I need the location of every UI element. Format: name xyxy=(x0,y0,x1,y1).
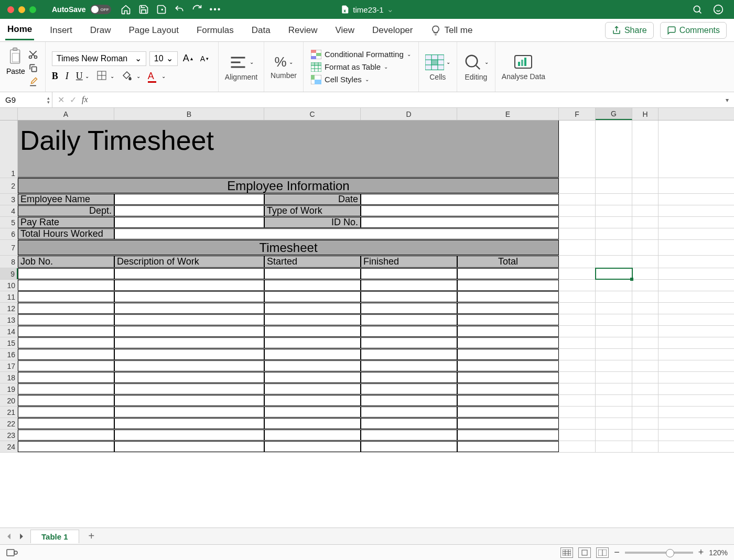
cell[interactable] xyxy=(596,268,632,279)
cell[interactable] xyxy=(264,303,361,314)
cell[interactable] xyxy=(559,430,596,441)
cell[interactable] xyxy=(457,360,559,371)
row-header[interactable]: 8 xyxy=(0,256,18,268)
tab-page-layout[interactable]: Page Layout xyxy=(126,21,180,40)
cell[interactable] xyxy=(114,326,264,337)
cell[interactable] xyxy=(596,395,632,406)
cell[interactable] xyxy=(596,360,632,371)
cell[interactable] xyxy=(114,372,264,383)
cell[interactable] xyxy=(632,291,659,302)
cell[interactable] xyxy=(361,430,457,441)
cell[interactable] xyxy=(632,407,659,418)
cell[interactable] xyxy=(559,280,596,291)
cell[interactable] xyxy=(559,337,596,348)
cell[interactable] xyxy=(264,349,361,360)
select-all-corner[interactable] xyxy=(0,108,18,120)
cell[interactable] xyxy=(361,360,457,371)
cell[interactable] xyxy=(114,395,264,406)
cell[interactable] xyxy=(114,349,264,360)
cell[interactable] xyxy=(361,383,457,394)
emp-name-label[interactable]: Employee Name xyxy=(18,194,114,205)
cell[interactable] xyxy=(632,326,659,337)
cell[interactable] xyxy=(596,383,632,394)
cell[interactable] xyxy=(264,337,361,348)
tell-me-search[interactable]: Tell me xyxy=(428,21,474,40)
cell[interactable] xyxy=(457,303,559,314)
increase-font-icon[interactable]: A▴ xyxy=(181,52,195,65)
cell[interactable] xyxy=(361,280,457,291)
formula-input[interactable] xyxy=(93,92,726,107)
prev-sheet-icon[interactable] xyxy=(5,533,13,540)
cell[interactable] xyxy=(361,291,457,302)
row-header[interactable]: 20 xyxy=(0,395,18,406)
save-icon[interactable] xyxy=(138,4,149,15)
cell[interactable] xyxy=(18,407,114,418)
cell[interactable] xyxy=(457,314,559,325)
cell[interactable] xyxy=(596,291,632,302)
zoom-out-button[interactable]: − xyxy=(614,547,620,558)
cell[interactable] xyxy=(632,120,659,178)
cell[interactable] xyxy=(114,205,264,216)
cell[interactable] xyxy=(457,395,559,406)
cell[interactable] xyxy=(559,303,596,314)
cell[interactable] xyxy=(632,268,659,279)
zoom-level[interactable]: 120% xyxy=(709,548,728,557)
col-header-f[interactable]: F xyxy=(559,108,596,120)
alignment-group[interactable]: ⌄ Alignment xyxy=(219,42,264,92)
close-window-icon[interactable] xyxy=(7,6,14,13)
row-header[interactable]: 13 xyxy=(0,314,18,325)
cell[interactable] xyxy=(559,407,596,418)
dept-label[interactable]: Dept. xyxy=(18,205,114,216)
cell[interactable] xyxy=(457,441,559,452)
cell[interactable] xyxy=(114,360,264,371)
job-no-header[interactable]: Job No. xyxy=(18,256,114,268)
cell[interactable] xyxy=(457,291,559,302)
cell[interactable] xyxy=(559,349,596,360)
cell[interactable] xyxy=(114,303,264,314)
smiley-icon[interactable] xyxy=(713,4,724,15)
cell[interactable] xyxy=(264,418,361,429)
tab-data[interactable]: Data xyxy=(250,21,273,40)
cell[interactable] xyxy=(361,349,457,360)
cell[interactable] xyxy=(264,430,361,441)
cell[interactable] xyxy=(559,395,596,406)
cell[interactable] xyxy=(18,395,114,406)
cell[interactable] xyxy=(559,120,596,178)
name-box-spinner-icon[interactable]: ▴▾ xyxy=(47,96,50,104)
finished-header[interactable]: Finished xyxy=(361,256,457,268)
col-header-b[interactable]: B xyxy=(114,108,264,120)
search-icon[interactable] xyxy=(692,4,703,15)
copy-icon[interactable] xyxy=(27,63,39,73)
cell[interactable] xyxy=(114,228,559,239)
cell[interactable] xyxy=(457,337,559,348)
cell[interactable] xyxy=(457,383,559,394)
decrease-font-icon[interactable]: A▾ xyxy=(198,53,211,64)
cell[interactable] xyxy=(361,326,457,337)
format-as-table-button[interactable]: Format as Table⌄ xyxy=(311,62,388,72)
title-cell[interactable]: Daily Timesheet xyxy=(18,120,559,178)
cell[interactable] xyxy=(264,407,361,418)
cell[interactable] xyxy=(18,383,114,394)
cell-styles-button[interactable]: Cell Styles⌄ xyxy=(311,75,369,84)
expand-formula-icon[interactable]: ▾ xyxy=(726,96,734,104)
cell[interactable] xyxy=(457,268,559,279)
cut-icon[interactable] xyxy=(27,49,39,60)
row-header[interactable]: 14 xyxy=(0,326,18,337)
cell[interactable] xyxy=(18,326,114,337)
cell[interactable] xyxy=(264,360,361,371)
cell[interactable] xyxy=(114,441,264,452)
tab-formulas[interactable]: Formulas xyxy=(195,21,236,40)
col-header-e[interactable]: E xyxy=(457,108,559,120)
row-header[interactable]: 6 xyxy=(0,228,18,239)
cell[interactable] xyxy=(114,383,264,394)
number-group[interactable]: % ⌄ Number xyxy=(264,42,304,92)
comments-button[interactable]: Comments xyxy=(660,22,727,39)
row-header[interactable]: 17 xyxy=(0,360,18,371)
tab-developer[interactable]: Developer xyxy=(370,21,415,40)
cell[interactable] xyxy=(632,430,659,441)
col-header-g[interactable]: G xyxy=(596,108,632,120)
bold-button[interactable]: B xyxy=(52,71,58,82)
normal-view-icon[interactable] xyxy=(560,547,573,558)
timesheet-header[interactable]: Timesheet xyxy=(18,240,559,255)
tab-home[interactable]: Home xyxy=(5,20,34,40)
